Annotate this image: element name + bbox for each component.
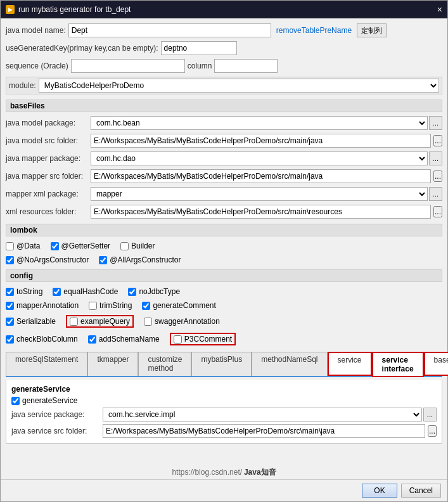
use-generated-key-input[interactable] bbox=[161, 41, 237, 55]
java-model-src-browse-btn[interactable]: ... bbox=[433, 135, 442, 146]
config-row1: toString equalHashCode noJdbcType bbox=[6, 287, 442, 296]
lombok-data-item[interactable]: @Data bbox=[6, 241, 41, 250]
close-button[interactable]: × bbox=[437, 4, 442, 15]
config-example-query-item[interactable]: exampleQuery bbox=[66, 315, 134, 328]
xml-resources-folder-input[interactable] bbox=[91, 205, 431, 219]
java-service-package-row: java service package: com.hc.service.imp… bbox=[11, 408, 437, 422]
generate-service-checkbox[interactable] bbox=[11, 397, 20, 405]
lombok-all-args-item[interactable]: @AllArgsConstructor bbox=[99, 255, 181, 264]
lombok-header: lombok bbox=[6, 224, 442, 236]
java-mapper-package-row: java mapper package: com.hc.dao ... bbox=[6, 151, 442, 165]
lombok-builder-label: Builder bbox=[131, 241, 155, 250]
lombok-row1: @Data @GetterSetter Builder bbox=[6, 241, 442, 250]
app-icon: ▶ bbox=[6, 5, 15, 14]
config-example-query-label: exampleQuery bbox=[80, 317, 130, 326]
lombok-all-args-checkbox[interactable] bbox=[99, 256, 107, 264]
config-equal-hash-code-item[interactable]: equalHashCode bbox=[53, 287, 118, 296]
lombok-data-checkbox[interactable] bbox=[6, 242, 14, 250]
java-model-package-select[interactable]: com.hc.bean bbox=[91, 116, 428, 130]
tab-more-sql[interactable]: moreSqlStatement bbox=[6, 352, 87, 376]
tab-method-name-sql[interactable]: methodNameSql bbox=[252, 352, 327, 376]
customize-btn[interactable]: 定制列 bbox=[357, 23, 387, 37]
config-generate-comment-checkbox[interactable] bbox=[142, 302, 150, 310]
lombok-builder-checkbox[interactable] bbox=[120, 242, 129, 250]
config-equal-hash-code-checkbox[interactable] bbox=[53, 288, 61, 296]
java-model-name-input[interactable] bbox=[68, 23, 271, 37]
generate-service-label: generateService bbox=[22, 396, 77, 405]
java-mapper-src-folder-label: java mapper src folder: bbox=[6, 172, 88, 181]
java-service-src-folder-row: java service src folder: ... bbox=[11, 424, 437, 438]
mapper-xml-package-browse-btn[interactable]: ... bbox=[429, 187, 442, 201]
java-mapper-package-select[interactable]: com.hc.dao bbox=[91, 151, 428, 165]
tab-service-interface[interactable]: service interface bbox=[372, 352, 424, 377]
java-model-package-select-container: com.hc.bean ... bbox=[91, 116, 442, 130]
config-check-blob-column-label: checkBlobColumn bbox=[16, 335, 78, 344]
config-add-schema-name-checkbox[interactable] bbox=[88, 335, 96, 344]
java-service-package-browse-btn[interactable]: ... bbox=[423, 408, 437, 422]
java-mapper-src-folder-input[interactable] bbox=[91, 169, 431, 183]
mapper-xml-package-select[interactable]: mapper bbox=[91, 187, 428, 201]
java-model-src-folder-label: java model src folder: bbox=[6, 136, 88, 145]
xml-resources-browse-btn[interactable]: ... bbox=[433, 206, 442, 217]
config-p3c-comment-checkbox[interactable] bbox=[174, 335, 182, 344]
config-check-blob-column-checkbox[interactable] bbox=[6, 335, 14, 344]
config-serializable-item[interactable]: Serializable bbox=[6, 317, 56, 326]
module-select[interactable]: MyBatisCodeHelperProDemo bbox=[39, 79, 439, 93]
main-window: ▶ run mybatis generator for tb_dept × ja… bbox=[0, 0, 448, 502]
config-trim-string-checkbox[interactable] bbox=[89, 302, 97, 310]
java-model-src-folder-input[interactable] bbox=[91, 134, 431, 148]
sequence-input[interactable] bbox=[71, 59, 185, 73]
lombok-getter-setter-item[interactable]: @GetterSetter bbox=[51, 241, 111, 250]
java-service-src-browse-btn[interactable]: ... bbox=[428, 425, 437, 437]
tabs-row: moreSqlStatement tkmapper customize meth… bbox=[6, 352, 442, 377]
generate-service-item[interactable]: generateService bbox=[11, 396, 77, 405]
lombok-data-label: @Data bbox=[16, 241, 41, 250]
config-generate-comment-item[interactable]: generateComment bbox=[142, 301, 215, 310]
java-model-package-row: java model package: com.hc.bean ... bbox=[6, 116, 442, 130]
config-check-blob-column-item[interactable]: checkBlobColumn bbox=[6, 335, 78, 344]
lombok-getter-setter-checkbox[interactable] bbox=[51, 242, 59, 250]
ok-button[interactable]: OK bbox=[362, 484, 397, 498]
java-service-package-select[interactable]: com.hc.service.impl bbox=[103, 408, 422, 422]
column-input[interactable] bbox=[214, 59, 278, 73]
config-add-schema-name-label: addSchemaName bbox=[99, 335, 160, 344]
config-to-string-item[interactable]: toString bbox=[6, 287, 42, 296]
config-trim-string-item[interactable]: trimString bbox=[89, 301, 132, 310]
config-no-jdbc-type-label: noJdbcType bbox=[139, 287, 180, 296]
cancel-button[interactable]: Cancel bbox=[401, 484, 441, 498]
java-model-name-row: java model name: removeTablePreName 定制列 bbox=[6, 23, 442, 37]
config-swagger-annotation-checkbox[interactable] bbox=[144, 318, 152, 326]
tab-panel-service: generateService generateService java ser… bbox=[6, 380, 442, 444]
config-generate-comment-label: generateComment bbox=[153, 301, 215, 310]
config-swagger-annotation-item[interactable]: swaggerAnnotation bbox=[144, 317, 220, 326]
lombok-no-args-item[interactable]: @NoArgsConstructor bbox=[6, 255, 89, 264]
java-model-package-browse-btn[interactable]: ... bbox=[429, 116, 442, 130]
config-to-string-checkbox[interactable] bbox=[6, 288, 14, 296]
config-example-query-checkbox[interactable] bbox=[70, 318, 78, 326]
config-mapper-annotation-item[interactable]: mapperAnnotation bbox=[6, 301, 79, 310]
tab-tkmapper[interactable]: tkmapper bbox=[87, 352, 138, 376]
window-title: run mybatis generator for tb_dept bbox=[18, 5, 131, 14]
config-no-jdbc-type-checkbox[interactable] bbox=[128, 288, 136, 296]
lombok-no-args-checkbox[interactable] bbox=[6, 256, 14, 264]
config-mapper-annotation-checkbox[interactable] bbox=[6, 302, 14, 310]
tab-customize-method[interactable]: customize method bbox=[138, 352, 191, 376]
java-mapper-src-folder-row: java mapper src folder: ... bbox=[6, 169, 442, 183]
config-add-schema-name-item[interactable]: addSchemaName bbox=[88, 335, 160, 344]
tab-base-class[interactable]: baseClass bbox=[424, 352, 448, 376]
tab-service[interactable]: service bbox=[328, 352, 372, 376]
lombok-builder-item[interactable]: Builder bbox=[120, 241, 155, 250]
java-service-src-folder-input[interactable] bbox=[103, 424, 425, 438]
config-no-jdbc-type-item[interactable]: noJdbcType bbox=[128, 287, 180, 296]
remove-table-pre-name-btn[interactable]: removeTablePreName bbox=[274, 26, 354, 35]
use-generated-key-label: useGeneratedKey(primay key,can be empty)… bbox=[6, 44, 158, 53]
java-mapper-package-browse-btn[interactable]: ... bbox=[429, 151, 442, 165]
java-model-package-label: java model package: bbox=[6, 119, 88, 127]
java-mapper-src-browse-btn[interactable]: ... bbox=[433, 171, 442, 182]
config-p3c-comment-item[interactable]: P3CComment bbox=[170, 333, 236, 345]
tab-mybatis-plus[interactable]: mybatisPlus bbox=[191, 352, 252, 376]
config-serializable-checkbox[interactable] bbox=[6, 318, 14, 326]
generate-service-header: generateService bbox=[11, 385, 437, 394]
main-content: java model name: removeTablePreName 定制列 … bbox=[1, 18, 447, 466]
xml-resources-folder-label: xml resources folder: bbox=[6, 207, 88, 216]
